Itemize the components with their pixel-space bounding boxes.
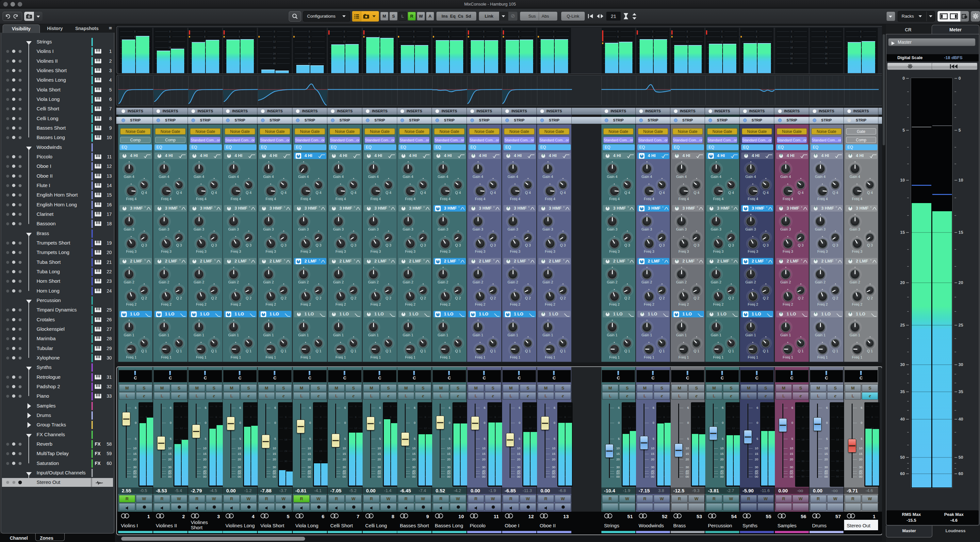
svg-text:“: “	[662, 206, 663, 209]
svg-text:“: “	[284, 206, 285, 209]
svg-text:“: “	[563, 259, 565, 262]
svg-text:“: “	[870, 259, 872, 262]
svg-text:“: “	[354, 206, 355, 209]
svg-text:“: “	[801, 259, 802, 262]
svg-text:“: “	[389, 259, 390, 262]
svg-text:“: “	[766, 259, 767, 262]
svg-text:“: “	[835, 206, 837, 209]
svg-text:“: “	[563, 206, 565, 209]
svg-text:“: “	[870, 206, 872, 209]
svg-text:“: “	[249, 259, 250, 262]
svg-text:“: “	[458, 259, 460, 262]
svg-text:“: “	[528, 206, 530, 209]
svg-text:“: “	[458, 206, 460, 209]
svg-text:“: “	[354, 259, 355, 262]
svg-text:“: “	[249, 206, 250, 209]
svg-text:“: “	[389, 206, 390, 209]
svg-text:“: “	[627, 206, 629, 209]
svg-text:“: “	[284, 259, 285, 262]
svg-text:“: “	[697, 206, 698, 209]
svg-text:“: “	[319, 259, 320, 262]
svg-text:“: “	[493, 259, 495, 262]
svg-text:“: “	[179, 206, 181, 209]
svg-text:“: “	[697, 259, 698, 262]
svg-text:“: “	[145, 259, 146, 262]
svg-text:“: “	[627, 259, 629, 262]
svg-text:“: “	[214, 259, 216, 262]
svg-text:“: “	[801, 206, 802, 209]
svg-text:“: “	[214, 206, 216, 209]
svg-text:“: “	[732, 206, 733, 209]
svg-text:“: “	[732, 259, 733, 262]
svg-text:“: “	[835, 259, 837, 262]
svg-text:“: “	[145, 206, 146, 209]
svg-text:“: “	[179, 259, 181, 262]
svg-text:“: “	[766, 206, 767, 209]
svg-text:“: “	[319, 206, 320, 209]
svg-text:“: “	[423, 259, 425, 262]
svg-text:“: “	[662, 259, 663, 262]
svg-text:“: “	[528, 259, 530, 262]
svg-text:“: “	[493, 206, 495, 209]
svg-text:“: “	[423, 206, 425, 209]
